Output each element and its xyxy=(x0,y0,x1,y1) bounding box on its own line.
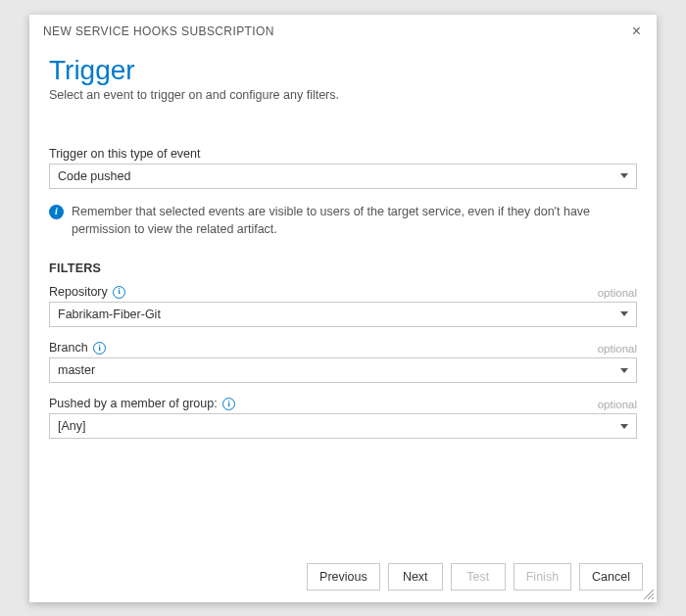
info-banner: Remember that selected events are visibl… xyxy=(49,203,637,238)
page-heading: Trigger xyxy=(49,55,637,86)
group-field: Pushed by a member of group: optional [A… xyxy=(49,397,637,439)
chevron-down-icon xyxy=(620,368,628,373)
dialog: NEW SERVICE HOOKS SUBSCRIPTION × Trigger… xyxy=(29,15,657,602)
resize-grip-icon xyxy=(641,587,655,600)
next-button[interactable]: Next xyxy=(388,563,443,591)
event-type-label: Trigger on this type of event xyxy=(49,147,200,161)
branch-value: master xyxy=(58,363,95,377)
repository-value: Fabrikam-Fiber-Git xyxy=(58,308,161,321)
event-type-value: Code pushed xyxy=(58,169,130,183)
info-icon[interactable] xyxy=(222,398,235,410)
optional-label: optional xyxy=(598,287,637,299)
group-label: Pushed by a member of group: xyxy=(49,397,235,410)
repository-label: Repository xyxy=(49,285,125,299)
svg-line-0 xyxy=(644,590,654,599)
info-banner-text: Remember that selected events are visibl… xyxy=(72,203,637,238)
branch-label: Branch xyxy=(49,341,106,355)
optional-label: optional xyxy=(598,399,637,410)
page-subtext: Select an event to trigger on and config… xyxy=(49,88,637,102)
chevron-down-icon xyxy=(620,311,628,316)
dialog-title: NEW SERVICE HOOKS SUBSCRIPTION xyxy=(43,24,274,38)
repository-field: Repository optional Fabrikam-Fiber-Git xyxy=(49,285,637,327)
cancel-button[interactable]: Cancel xyxy=(579,563,643,591)
test-button[interactable]: Test xyxy=(451,563,506,591)
info-icon[interactable] xyxy=(93,342,106,355)
svg-line-1 xyxy=(648,593,654,599)
group-value: [Any] xyxy=(58,419,86,433)
close-icon[interactable]: × xyxy=(630,24,643,39)
optional-label: optional xyxy=(598,343,637,355)
branch-select[interactable]: master xyxy=(49,357,637,383)
svg-line-2 xyxy=(652,597,654,599)
dialog-header: NEW SERVICE HOOKS SUBSCRIPTION × xyxy=(29,15,657,45)
chevron-down-icon xyxy=(620,424,628,429)
branch-field: Branch optional master xyxy=(49,341,637,383)
dialog-footer: Previous Next Test Finish Cancel xyxy=(29,553,657,602)
repository-select[interactable]: Fabrikam-Fiber-Git xyxy=(49,302,637,327)
info-icon[interactable] xyxy=(113,286,125,299)
group-select[interactable]: [Any] xyxy=(49,413,637,439)
filters-heading: FILTERS xyxy=(49,261,637,275)
event-type-field: Trigger on this type of event Code pushe… xyxy=(49,147,637,189)
dialog-body: Trigger Select an event to trigger on an… xyxy=(29,45,657,553)
finish-button[interactable]: Finish xyxy=(514,563,571,591)
previous-button[interactable]: Previous xyxy=(307,563,380,591)
event-type-select[interactable]: Code pushed xyxy=(49,164,637,189)
info-icon xyxy=(49,205,64,219)
chevron-down-icon xyxy=(620,173,628,178)
